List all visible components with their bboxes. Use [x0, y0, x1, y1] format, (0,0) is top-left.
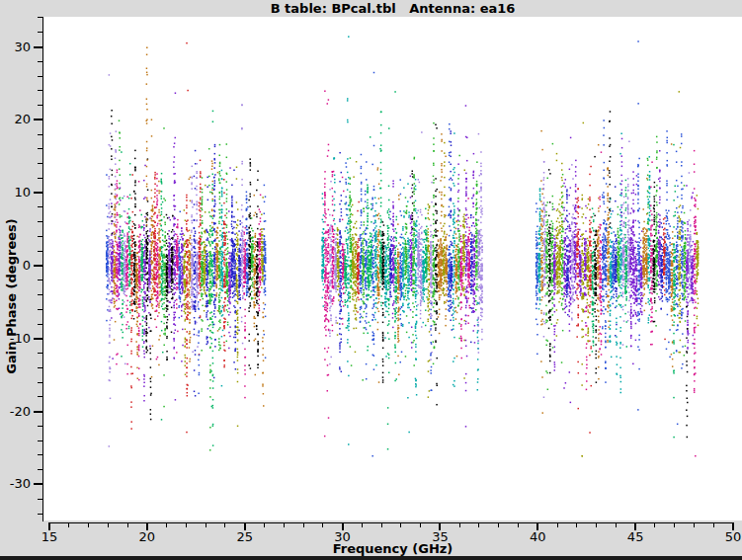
- x-minor-tick: [478, 523, 479, 527]
- y-minor-tick: [38, 148, 43, 149]
- x-axis-line: [48, 522, 734, 524]
- x-minor-tick: [264, 523, 265, 527]
- y-minor-tick: [38, 426, 43, 427]
- x-minor-tick: [596, 523, 597, 527]
- y-minor-tick: [38, 251, 43, 252]
- y-axis-label: Gain Phase (degrees): [4, 198, 20, 395]
- y-minor-tick: [38, 454, 43, 455]
- y-minor-tick: [38, 206, 43, 207]
- x-minor-tick: [400, 523, 401, 527]
- x-minor-tick: [616, 523, 617, 527]
- y-minor-tick: [38, 90, 43, 91]
- y-major-tick: [34, 338, 42, 340]
- y-minor-tick: [38, 76, 43, 77]
- y-minor-tick: [38, 294, 43, 295]
- y-minor-tick: [38, 280, 43, 280]
- x-minor-tick: [68, 523, 69, 527]
- x-minor-tick: [206, 523, 206, 527]
- y-minor-tick: [38, 163, 43, 164]
- x-minor-tick: [166, 523, 167, 527]
- x-axis-label: Frequency (GHz): [43, 541, 742, 556]
- x-minor-tick: [186, 523, 187, 527]
- x-minor-tick: [674, 523, 675, 527]
- y-minor-tick: [38, 61, 43, 62]
- y-minor-tick: [38, 382, 43, 383]
- x-minor-tick: [420, 523, 421, 527]
- y-minor-tick: [38, 17, 43, 18]
- plot-window: B table: BPcal.tbl Antenna: ea16 1520253…: [0, 0, 742, 560]
- scatter-points-canvas: [43, 17, 742, 520]
- x-minor-tick: [694, 523, 695, 527]
- x-minor-tick: [284, 523, 285, 527]
- y-minor-tick: [38, 514, 43, 515]
- y-minor-tick: [38, 440, 43, 441]
- x-minor-tick: [127, 523, 128, 527]
- y-minor-tick: [38, 353, 43, 354]
- x-minor-tick: [459, 523, 460, 527]
- y-major-tick: [34, 119, 42, 120]
- x-minor-tick: [322, 523, 323, 527]
- y-minor-tick: [38, 396, 43, 397]
- x-minor-tick: [362, 523, 363, 527]
- y-minor-tick: [38, 469, 43, 470]
- y-major-tick: [34, 46, 42, 48]
- x-minor-tick: [576, 523, 577, 527]
- plot-title: B table: BPcal.tbl Antenna: ea16: [43, 1, 742, 16]
- y-major-tick: [34, 192, 42, 194]
- x-minor-tick: [303, 523, 304, 527]
- y-minor-tick: [38, 32, 43, 33]
- window-bottom-edge: [0, 556, 742, 560]
- x-minor-tick: [557, 523, 558, 527]
- x-minor-tick: [654, 523, 655, 527]
- y-minor-tick: [38, 324, 43, 325]
- y-tick-label: -20: [0, 404, 31, 420]
- y-minor-tick: [38, 309, 43, 310]
- x-minor-tick: [381, 523, 382, 527]
- y-tick-label: -30: [0, 476, 31, 492]
- y-tick-label: 30: [0, 40, 31, 55]
- y-minor-tick: [38, 178, 43, 179]
- x-minor-tick: [88, 523, 89, 527]
- y-minor-tick: [38, 236, 43, 237]
- y-minor-tick: [38, 499, 43, 500]
- x-minor-tick: [518, 523, 519, 527]
- y-axis-line: [42, 17, 44, 521]
- x-minor-tick: [713, 523, 714, 527]
- y-major-tick: [34, 411, 42, 413]
- x-minor-tick: [108, 523, 109, 527]
- y-minor-tick: [38, 105, 43, 106]
- y-minor-tick: [38, 134, 43, 135]
- y-tick-label: 20: [0, 112, 31, 127]
- x-minor-tick: [498, 523, 499, 527]
- y-minor-tick: [38, 367, 43, 368]
- y-major-tick: [34, 265, 42, 267]
- x-minor-tick: [224, 523, 225, 527]
- y-major-tick: [34, 483, 42, 485]
- y-minor-tick: [38, 221, 43, 222]
